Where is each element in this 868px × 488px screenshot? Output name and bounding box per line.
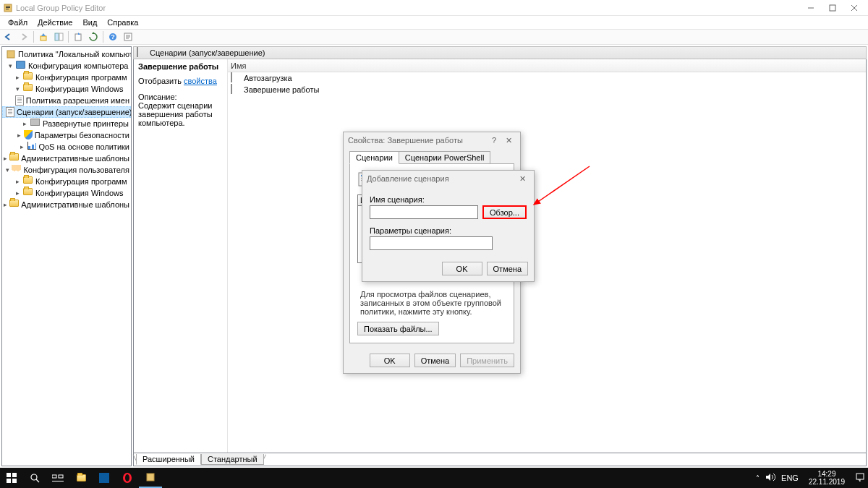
back-button[interactable] — [1, 30, 16, 43]
list-item[interactable]: Завершение работы — [228, 84, 866, 95]
cancel-button[interactable]: Отмена — [414, 354, 456, 367]
tree-name-resolution[interactable]: Политика разрешения имен — [2, 95, 131, 106]
menubar: Файл Действие Вид Справка — [0, 16, 868, 29]
titlebar: Local Group Policy Editor — [0, 0, 868, 16]
dialog-help-button[interactable]: ? — [487, 136, 501, 145]
content-header-title: Сценарии (запуск/завершение) — [150, 48, 265, 57]
tree-computer-config[interactable]: ▾Конфигурация компьютера — [2, 60, 131, 72]
help-button[interactable]: ? — [106, 30, 120, 43]
export-button[interactable] — [71, 30, 85, 43]
tree-security[interactable]: ▸Параметры безопасности — [2, 129, 131, 141]
ok-button[interactable]: OK — [442, 262, 482, 275]
chevron-right-icon[interactable]: ▸ — [19, 143, 25, 150]
chevron-right-icon[interactable]: ▸ — [14, 189, 21, 197]
svg-rect-32 — [52, 481, 64, 481]
start-button[interactable] — [0, 468, 23, 488]
svg-rect-36 — [147, 474, 154, 481]
tree-root[interactable]: Политика "Локальный компьютер" — [2, 48, 131, 60]
dialog-titlebar[interactable]: Добавление сценария ✕ — [362, 171, 534, 187]
script-icon — [137, 48, 147, 58]
window-minimize[interactable] — [800, 1, 822, 15]
svg-rect-37 — [856, 474, 864, 479]
ok-button[interactable]: OK — [370, 354, 410, 367]
tab-powershell[interactable]: Сценарии PowerShell — [399, 151, 491, 164]
chevron-right-icon[interactable]: ▸ — [14, 178, 21, 185]
chevron-right-icon[interactable]: ▸ — [21, 120, 28, 127]
show-files-button[interactable]: Показать файлы... — [357, 322, 439, 335]
tree-admin-templates[interactable]: ▸Административные шаблоны — [2, 153, 131, 164]
list-column-name[interactable]: Имя — [228, 59, 866, 72]
taskbar: ˄ ENG 14:29 22.11.2019 — [0, 468, 868, 488]
selected-item-title: Завершение работы — [138, 62, 223, 71]
apply-button[interactable]: Применить — [460, 354, 514, 367]
window-close[interactable] — [843, 1, 865, 15]
tray-chevron-up-icon[interactable]: ˄ — [756, 474, 760, 482]
search-button[interactable] — [23, 468, 46, 488]
description-text: Содержит сценарии завершения работы комп… — [138, 101, 223, 127]
svg-rect-27 — [12, 479, 17, 483]
up-button[interactable] — [36, 30, 51, 43]
chevron-right-icon[interactable]: ▸ — [14, 74, 21, 81]
tree-user-config[interactable]: ▾Конфигурация пользователя — [2, 164, 131, 176]
browse-button[interactable]: Обзор... — [482, 205, 527, 219]
refresh-button[interactable] — [86, 30, 101, 43]
tree-u-admin-templates[interactable]: ▸Административные шаблоны — [2, 199, 131, 210]
menu-file[interactable]: Файл — [3, 17, 33, 28]
cancel-button[interactable]: Отмена — [487, 262, 528, 275]
explorer-taskbar-icon[interactable] — [69, 468, 93, 488]
menu-action[interactable]: Действие — [33, 17, 77, 28]
chevron-down-icon[interactable]: ▾ — [7, 62, 14, 69]
tree-program-config[interactable]: ▸Конфигурация программ — [2, 72, 131, 83]
chevron-right-icon[interactable]: ▸ — [4, 201, 7, 208]
tray-lang[interactable]: ENG — [781, 474, 799, 482]
tree-printers[interactable]: ▸Развернутые принтеры — [2, 118, 131, 129]
window-maximize[interactable] — [822, 1, 843, 15]
menu-help[interactable]: Справка — [102, 17, 143, 28]
dialog-close-button[interactable]: ✕ — [515, 174, 529, 184]
svg-rect-31 — [59, 475, 63, 478]
menu-view[interactable]: Вид — [77, 17, 102, 28]
tab-standard[interactable]: Стандартный — [201, 454, 264, 465]
svg-rect-30 — [52, 475, 56, 478]
tray-clock[interactable]: 14:29 22.11.2019 — [804, 470, 849, 486]
dialog-titlebar[interactable]: Свойства: Завершение работы ? ✕ — [344, 132, 520, 148]
app-taskbar-icon[interactable] — [93, 468, 116, 488]
tree-windows-config[interactable]: ▾Конфигурация Windows — [2, 83, 131, 95]
show-hide-button[interactable] — [51, 30, 66, 43]
opera-taskbar-icon[interactable] — [116, 468, 139, 488]
chevron-right-icon[interactable]: ▸ — [4, 155, 7, 162]
dialog-title: Свойства: Завершение работы — [348, 136, 487, 145]
script-name-input[interactable] — [370, 205, 478, 219]
forward-button[interactable] — [17, 30, 31, 43]
chevron-right-icon[interactable]: ▸ — [16, 132, 21, 139]
tab-scripts[interactable]: Сценарии — [349, 151, 399, 164]
tree-panel[interactable]: Политика "Локальный компьютер" ▾Конфигур… — [1, 46, 132, 466]
tree-qos[interactable]: ▸QoS на основе политики — [2, 141, 131, 153]
chevron-down-icon[interactable]: ▾ — [14, 85, 21, 93]
gpedit-taskbar-icon[interactable] — [139, 468, 162, 488]
svg-rect-2 — [6, 7, 10, 8]
dialog-title: Добавление сценария — [367, 174, 515, 183]
svg-rect-33 — [99, 473, 109, 483]
toolbar: ? — [0, 29, 868, 45]
script-icon — [231, 85, 241, 95]
svg-rect-5 — [830, 5, 835, 11]
svg-rect-25 — [12, 473, 17, 477]
tab-extended[interactable]: Расширенный — [136, 454, 201, 465]
tree-u-program-config[interactable]: ▸Конфигурация программ — [2, 176, 131, 187]
task-view-button[interactable] — [46, 468, 69, 488]
tray-volume-icon[interactable] — [765, 473, 775, 483]
script-params-input[interactable] — [370, 236, 493, 250]
tree-scripts[interactable]: Сценарии (запуск/завершение) — [2, 106, 131, 118]
svg-point-28 — [31, 474, 37, 480]
list-item[interactable]: Автозагрузка — [228, 72, 866, 84]
hint-text: Для просмотра файлов сценариев, записанн… — [357, 281, 506, 322]
tray-notifications-icon[interactable] — [855, 472, 865, 484]
chevron-down-icon[interactable]: ▾ — [5, 166, 9, 174]
dialog-close-button[interactable]: ✕ — [501, 136, 516, 145]
properties-link[interactable]: свойства — [184, 77, 217, 85]
script-params-label: Параметры сценария: — [370, 226, 527, 235]
svg-point-35 — [125, 474, 129, 481]
tree-u-windows-config[interactable]: ▸Конфигурация Windows — [2, 187, 131, 199]
filter-button[interactable] — [121, 30, 135, 43]
